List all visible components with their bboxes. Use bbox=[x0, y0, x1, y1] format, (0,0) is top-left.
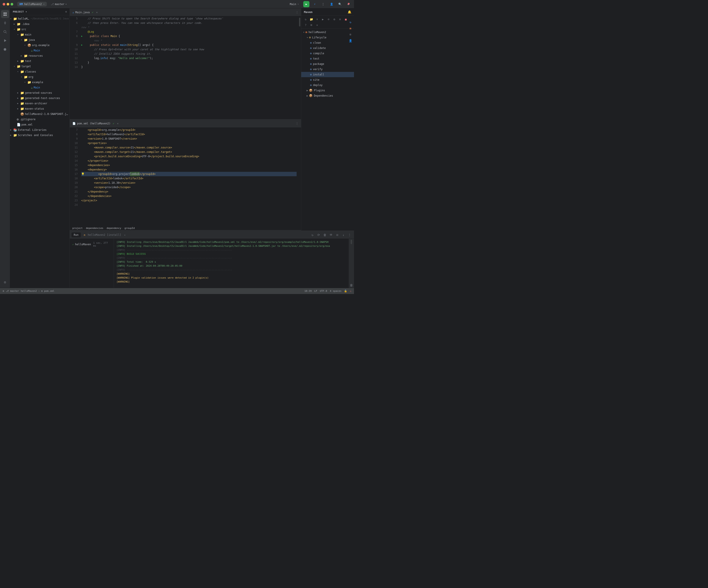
status-settings-icon[interactable]: ⚙ bbox=[3, 289, 4, 292]
run-more-btn[interactable]: ⋮ bbox=[347, 232, 352, 238]
commit-icon[interactable] bbox=[1, 19, 9, 27]
breadcrumb-groupid[interactable]: groupId bbox=[124, 227, 135, 229]
maven-collapse-btn[interactable]: ≡ bbox=[337, 17, 343, 22]
run-clear-btn[interactable]: 🗑 bbox=[322, 232, 327, 238]
maven-notifications-icon[interactable]: 🔔 bbox=[348, 10, 351, 14]
settings-button[interactable]: ⚙ bbox=[345, 1, 351, 7]
tree-root[interactable]: ▾ 📁 helloMaven2 ~/Desktop/CS/JavaEE/1 Ja… bbox=[10, 16, 69, 21]
status-git-branch[interactable]: ⎇ master bbox=[6, 289, 19, 292]
maven-close-btn[interactable]: ✕ bbox=[315, 22, 320, 28]
tree-idea[interactable]: ▶ 📁 .idea bbox=[10, 21, 69, 27]
tree-target[interactable]: ▾ 📁 target bbox=[10, 64, 69, 69]
editor-scrollbar[interactable] bbox=[298, 16, 301, 119]
account-button[interactable]: 👤 bbox=[328, 1, 334, 7]
maven-m2-icon[interactable]: m bbox=[348, 26, 353, 31]
tree-gitignore[interactable]: ▶ ⚙ .gitignore bbox=[10, 117, 69, 122]
pom-xml-tab-close[interactable]: ✕ bbox=[117, 122, 119, 125]
maven-validate[interactable]: ⚙ validate bbox=[301, 45, 354, 51]
maven-test[interactable]: ⚙ test bbox=[301, 56, 354, 61]
tree-generated-sources[interactable]: ▶ 📁 generated-sources bbox=[10, 90, 69, 95]
run-update-btn[interactable]: ⟳ bbox=[316, 232, 321, 238]
tree-jar[interactable]: ▶ 📦 helloMaven2-1.0-SNAPSHOT.jar bbox=[10, 112, 69, 117]
maximize-button[interactable] bbox=[10, 3, 13, 5]
maven-compile[interactable]: ⚙ compile bbox=[301, 51, 354, 56]
tree-org-target[interactable]: ▾ 📁 org bbox=[10, 74, 69, 80]
app-title[interactable]: HM helloMaven2 ▾ bbox=[17, 2, 47, 6]
maven-verify[interactable]: ⚙ verify bbox=[301, 67, 354, 72]
maven-deploy[interactable]: ⚙ deploy bbox=[301, 83, 354, 88]
tree-example-target[interactable]: ▾ 📁 example bbox=[10, 80, 69, 85]
maven-download-sources-btn[interactable]: ⬇ bbox=[315, 17, 320, 22]
maven-lifecycle[interactable]: ▾ ⚙ Lifecycle bbox=[301, 35, 354, 40]
tree-test[interactable]: ▶ 📁 test bbox=[10, 58, 69, 64]
main-java-code[interactable]: // Press Shift twice to open the Search … bbox=[80, 16, 298, 119]
breadcrumb-dependency[interactable]: dependency bbox=[107, 227, 121, 229]
maven-clean[interactable]: ⚙ clean bbox=[301, 40, 354, 45]
maven-expand-btn[interactable]: ⊞ bbox=[309, 22, 314, 28]
run-item-hellomaven[interactable]: ✓ helloMaven 1 sec, 277 ms bbox=[70, 241, 114, 248]
run-debug-icon[interactable] bbox=[1, 37, 9, 44]
debug-button[interactable]: ⚡ bbox=[312, 1, 318, 7]
status-time[interactable]: 18:39 bbox=[304, 289, 312, 292]
search-icon[interactable] bbox=[1, 28, 9, 36]
plugins-icon[interactable]: ⬢ bbox=[1, 45, 9, 53]
settings-sidebar-icon[interactable]: ⚙ bbox=[1, 278, 9, 286]
status-path[interactable]: helloMaven2 › m pom.xml bbox=[21, 289, 54, 292]
sidebar-options-icon[interactable]: ⚙ bbox=[65, 10, 67, 13]
tree-maven-status[interactable]: ▶ 📁 maven-status bbox=[10, 106, 69, 112]
run-restart-btn[interactable]: ↻ bbox=[310, 232, 315, 238]
status-line-ending[interactable]: LF bbox=[314, 289, 317, 292]
tree-resources[interactable]: ▶ 📁 resources bbox=[10, 53, 69, 58]
more-options-button[interactable]: ⋮ bbox=[320, 1, 326, 7]
tree-generated-test-sources[interactable]: ▶ 📁 generated-test-sources bbox=[10, 95, 69, 101]
run-tab[interactable]: Run bbox=[71, 233, 81, 237]
run-button[interactable]: ▶ bbox=[303, 1, 309, 7]
run-scroll-btn[interactable]: ↓ bbox=[341, 232, 346, 238]
maven-right-btn4[interactable]: 👤 bbox=[348, 38, 353, 43]
tree-main-class[interactable]: ▶ ☕ Main bbox=[10, 85, 69, 90]
main-java-content[interactable]: 5 6 7 8 9 10 11 12 13 bbox=[70, 16, 301, 119]
maven-package[interactable]: ⚙ package bbox=[301, 61, 354, 67]
maven-refresh-btn[interactable]: ↻ bbox=[303, 17, 308, 22]
tree-maven-archiver[interactable]: ▶ 📁 maven-archiver bbox=[10, 101, 69, 106]
main-java-tab-close[interactable]: ✕ bbox=[96, 11, 98, 14]
tree-src[interactable]: ▾ 📁 src bbox=[10, 27, 69, 32]
maven-skip-tests-btn[interactable]: ⊘ bbox=[326, 17, 331, 22]
maven-sync-icon[interactable]: ↻ bbox=[348, 20, 353, 25]
maven-right-btn3[interactable]: ⊞ bbox=[348, 32, 353, 37]
maven-plugins[interactable]: ▶ 📦 Plugins bbox=[301, 88, 354, 93]
tree-org-example[interactable]: ▾ 📦 org.example bbox=[10, 42, 69, 48]
breadcrumb-project[interactable]: project bbox=[72, 227, 83, 229]
status-indent[interactable]: 4 spaces bbox=[330, 289, 342, 292]
run-config-tab[interactable]: m helloMaven2 [install] ✕ bbox=[82, 233, 128, 237]
tree-scratches[interactable]: ▶ 📁 Scratches and Consoles bbox=[10, 132, 69, 138]
run-scrollbar-thumb[interactable] bbox=[351, 240, 352, 244]
main-java-more-icon[interactable]: ⋮ bbox=[296, 11, 298, 14]
maven-site[interactable]: ⚙ site bbox=[301, 77, 354, 83]
maven-dependencies[interactable]: ▶ 📦 Dependencies bbox=[301, 93, 354, 98]
tree-main-java[interactable]: ▶ ☕ Main bbox=[10, 48, 69, 53]
maven-project-root[interactable]: ▾ m helloMaven2 bbox=[301, 30, 354, 35]
tree-main-folder[interactable]: ▾ 📁 main bbox=[10, 32, 69, 37]
breadcrumb-dependencies[interactable]: dependencies bbox=[86, 227, 103, 229]
close-button[interactable] bbox=[3, 3, 5, 5]
status-error-indicator[interactable]: ⚠ bbox=[350, 289, 351, 292]
tree-classes[interactable]: ▾ 📁 classes bbox=[10, 69, 69, 74]
pom-scrollbar[interactable] bbox=[298, 128, 301, 226]
pom-xml-code[interactable]: <groupId>org.example</groupId> <artifact… bbox=[80, 128, 298, 226]
tree-pom-xml[interactable]: ▶ 📄 pom.xml bbox=[10, 122, 69, 127]
maven-settings-btn[interactable]: ⚙ bbox=[332, 17, 337, 22]
minimize-button[interactable] bbox=[7, 3, 9, 5]
tree-external-libraries[interactable]: ▶ 📚 External Libraries bbox=[10, 127, 69, 132]
run-output[interactable]: [INFO] Installing /Users/eve/Desktop/CS/… bbox=[114, 239, 349, 288]
pom-xml-content[interactable]: 789101112131415161718192021222324 <group… bbox=[70, 128, 301, 226]
status-encoding[interactable]: UTF-8 bbox=[320, 289, 327, 292]
maven-new-project-btn[interactable]: 📁 bbox=[309, 17, 314, 22]
run-layout-btn[interactable]: ⊡ bbox=[334, 232, 340, 238]
maven-help-btn[interactable]: ? bbox=[303, 22, 308, 28]
pom-xml-more-icon[interactable]: ⋮ bbox=[296, 122, 298, 125]
run-config-tab-close[interactable]: ✕ bbox=[124, 234, 125, 236]
search-everywhere-button[interactable]: 🔍 bbox=[337, 1, 343, 7]
maven-install[interactable]: ⚙ install bbox=[301, 72, 354, 77]
run-eye-btn[interactable]: 👁 bbox=[328, 232, 334, 238]
